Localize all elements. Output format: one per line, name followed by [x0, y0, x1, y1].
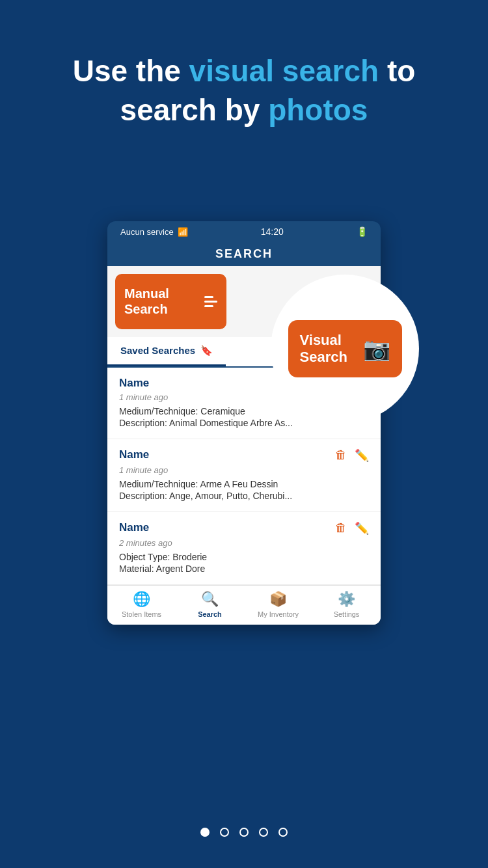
search-icon: 🔍: [201, 591, 219, 608]
dot-1[interactable]: [200, 828, 210, 837]
status-bar: Aucun service 📶 14:20 🔋: [107, 221, 381, 242]
nav-item-settings[interactable]: ⚙️ Settings: [312, 591, 381, 618]
item-name: Name: [119, 521, 149, 534]
visual-search-circle: VisualSearch 📷: [273, 277, 416, 420]
item-detail-1: Medium/Technique: Arme A Feu Dessin: [119, 479, 369, 489]
nav-label-inventory: My Inventory: [258, 610, 299, 618]
nav-item-stolen[interactable]: 🌐 Stolen Items: [107, 591, 176, 618]
list-item: Name 🗑 ✏️ 1 minute ago Medium/Technique:…: [107, 439, 381, 512]
item-detail-1: Object Type: Broderie: [119, 552, 369, 562]
tab-saved-searches[interactable]: Saved Searches 🔖: [107, 337, 226, 366]
carrier-name: Aucun service: [120, 227, 174, 237]
inventory-icon: 📦: [269, 591, 287, 608]
item-actions: 🗑 ✏️: [335, 448, 369, 463]
dot-3[interactable]: [239, 828, 249, 837]
item-actions: 🗑 ✏️: [335, 521, 369, 536]
dot-4[interactable]: [259, 828, 268, 837]
globe-icon: 🌐: [133, 591, 150, 608]
wifi-icon: 📶: [178, 227, 188, 237]
item-time: 2 minutes ago: [119, 538, 369, 548]
manual-search-button[interactable]: ManualSearch: [115, 274, 226, 329]
carrier-info: Aucun service 📶: [120, 227, 188, 237]
nav-title: SEARCH: [107, 242, 381, 266]
header-text: Use the visual search tosearch by photos: [39, 52, 449, 130]
item-header: Name 🗑 ✏️: [119, 521, 369, 536]
header-highlight2: photos: [268, 93, 368, 127]
list-icon: [204, 296, 217, 307]
bookmark-icon: 🔖: [200, 345, 213, 357]
camera-big-icon: 📷: [363, 336, 390, 362]
visual-search-btn-large[interactable]: VisualSearch 📷: [288, 320, 402, 378]
delete-icon[interactable]: 🗑: [335, 448, 347, 462]
item-detail-2: Description: Ange, Amour, Putto, Cherubi…: [119, 491, 369, 501]
time-display: 14:20: [261, 226, 284, 237]
delete-icon[interactable]: 🗑: [335, 521, 347, 535]
gear-icon: ⚙️: [338, 591, 355, 608]
header-plain1: Use the: [73, 54, 189, 88]
manual-search-label: ManualSearch: [124, 286, 169, 317]
header-highlight1: visual search: [189, 54, 379, 88]
item-detail-2: Material: Argent Dore: [119, 563, 369, 574]
list-item: Name 🗑 ✏️ 2 minutes ago Object Type: Bro…: [107, 512, 381, 585]
bottom-nav: 🌐 Stolen Items 🔍 Search 📦 My Inventory ⚙…: [107, 585, 381, 625]
saved-searches-label: Saved Searches: [120, 345, 195, 356]
list-line-1: [204, 296, 213, 298]
nav-label-stolen: Stolen Items: [122, 610, 161, 618]
page-dots: [200, 828, 288, 837]
nav-label-settings: Settings: [334, 610, 360, 618]
item-name: Name: [119, 377, 149, 390]
visual-search-big-label: VisualSearch: [300, 332, 347, 366]
item-name: Name: [119, 448, 149, 461]
dot-2[interactable]: [220, 828, 229, 837]
list-line-3: [204, 305, 213, 307]
edit-icon[interactable]: ✏️: [355, 448, 369, 463]
edit-icon[interactable]: ✏️: [355, 521, 369, 536]
phone-mockup: Aucun service 📶 14:20 🔋 SEARCH ManualSea…: [107, 221, 381, 625]
nav-item-inventory[interactable]: 📦 My Inventory: [244, 591, 312, 618]
header-section: Use the visual search tosearch by photos: [0, 0, 488, 156]
item-time: 1 minute ago: [119, 465, 369, 475]
dot-5[interactable]: [278, 828, 288, 837]
item-header: Name 🗑 ✏️: [119, 448, 369, 463]
nav-label-search: Search: [198, 610, 222, 618]
nav-item-search[interactable]: 🔍 Search: [176, 591, 244, 618]
battery-icon: 🔋: [357, 226, 368, 237]
list-line-2: [204, 301, 217, 303]
